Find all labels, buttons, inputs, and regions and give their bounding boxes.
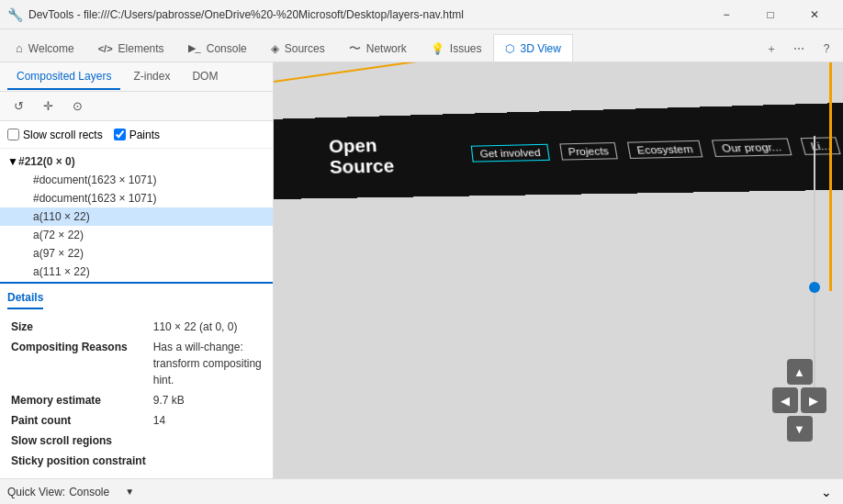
quickview-chevron-icon[interactable]: ▼ xyxy=(125,487,134,497)
network-icon: 〜 xyxy=(349,40,361,57)
nav-item-1: Projects xyxy=(559,142,618,161)
slow-scroll-rects-checkbox[interactable] xyxy=(7,129,19,140)
tab-sources[interactable]: ◈ Sources xyxy=(259,34,337,62)
nav-item-0: Get involved xyxy=(471,144,549,162)
table-row: Size 110 × 22 (at 0, 0) xyxy=(7,317,265,337)
more-tabs-button[interactable]: ⋯ xyxy=(784,36,814,62)
list-item[interactable]: a(72 × 22) xyxy=(0,226,273,244)
nav-item-2: Ecosystem xyxy=(627,140,702,159)
banner-text: Open Source xyxy=(329,134,439,178)
tab-elements[interactable]: </> Elements xyxy=(86,34,176,62)
table-row: Sticky position constraint xyxy=(7,451,265,471)
options-bar: Slow scroll rects Paints xyxy=(0,121,273,149)
tabbar: ⌂ Welcome </> Elements ▶_ Console ◈ Sour… xyxy=(0,29,843,62)
field-label-compositing: Compositing Reasons xyxy=(7,337,150,390)
quickview-collapse-button[interactable]: ⌄ xyxy=(817,483,836,501)
refresh-button[interactable]: ↺ xyxy=(7,95,29,118)
nav-horizontal-row: ◀ ▶ xyxy=(772,387,826,413)
nav-up-button[interactable]: ▲ xyxy=(787,359,813,385)
layer-tree[interactable]: ▼ #212(0 × 0) #document(1623 × 1071) #do… xyxy=(0,149,273,282)
field-value-memory: 9.7 kB xyxy=(150,390,265,410)
subtab-dom[interactable]: DOM xyxy=(183,64,227,90)
scene-container: Open Source Get involved Projects Ecosys… xyxy=(274,62,843,478)
subtab-composited-layers[interactable]: Composited Layers xyxy=(7,64,120,90)
nav-down-button[interactable]: ▼ xyxy=(787,416,813,442)
paints-option[interactable]: Paints xyxy=(114,129,160,141)
list-item[interactable]: a(111 × 22) xyxy=(0,263,273,281)
nav-right-button[interactable]: ▶ xyxy=(801,387,826,413)
left-panel: Composited Layers Z-index DOM ↺ ✛ ⊙ Slow… xyxy=(0,62,274,478)
console-icon: ▶_ xyxy=(188,42,201,54)
nav-controls: ▲ ◀ ▶ ▼ xyxy=(772,359,826,442)
field-label-sticky: Sticky position constraint xyxy=(7,451,150,471)
table-row: Slow scroll regions xyxy=(7,431,265,451)
details-title: Details xyxy=(7,291,43,309)
tab-3dview[interactable]: ⬡ 3D View xyxy=(493,34,572,62)
subtabs: Composited Layers Z-index DOM xyxy=(0,62,273,92)
welcome-icon: ⌂ xyxy=(16,41,23,55)
list-item[interactable]: #document(1623 × 1071) xyxy=(0,171,273,189)
field-label-paint: Paint count xyxy=(7,410,150,431)
right-panel[interactable]: Open Source Get involved Projects Ecosys… xyxy=(274,62,843,478)
tree-expand-icon[interactable]: ▼ xyxy=(7,155,18,168)
main-content: Composited Layers Z-index DOM ↺ ✛ ⊙ Slow… xyxy=(0,62,843,478)
quickview-select[interactable]: Console Sources Network xyxy=(69,486,123,498)
3dview-icon: ⬡ xyxy=(505,42,514,55)
list-item[interactable]: a(110 × 22) xyxy=(0,207,273,226)
field-label-scroll: Slow scroll regions xyxy=(7,431,150,451)
field-label-size: Size xyxy=(7,317,150,337)
table-row: Compositing Reasons Has a will-change: t… xyxy=(7,337,265,390)
close-button[interactable]: ✕ xyxy=(793,0,836,29)
minimize-button[interactable]: − xyxy=(705,0,747,29)
devtools-icon: 🔧 xyxy=(7,7,23,22)
field-value-scroll xyxy=(150,431,265,451)
add-tab-button[interactable]: ＋ xyxy=(759,36,784,62)
field-value-size: 110 × 22 (at 0, 0) xyxy=(150,317,265,337)
subtab-z-index[interactable]: Z-index xyxy=(124,64,179,90)
quickview-bar: Quick View: Console Sources Network ▼ ⌄ xyxy=(0,478,843,504)
slider-thumb[interactable] xyxy=(809,282,820,293)
table-row: Paint count 14 xyxy=(7,410,265,431)
paints-checkbox[interactable] xyxy=(114,129,126,140)
tab-issues[interactable]: 💡 Issues xyxy=(419,34,494,62)
list-item[interactable]: #document(1623 × 1071) xyxy=(0,189,273,207)
titlebar-controls: − □ ✕ xyxy=(705,0,836,29)
details-panel: Details Size 110 × 22 (at 0, 0) Composit… xyxy=(0,282,273,478)
list-item[interactable]: a(97 × 22) xyxy=(0,244,273,263)
move-button[interactable]: ✛ xyxy=(37,95,59,118)
3d-banner: Open Source Get involved Projects Ecosys… xyxy=(274,101,843,199)
tab-welcome[interactable]: ⌂ Welcome xyxy=(4,34,86,62)
panel-toolbar: ↺ ✛ ⊙ xyxy=(0,92,273,121)
nav-item-3: Our progr... xyxy=(712,139,792,157)
maximize-button[interactable]: □ xyxy=(749,0,792,29)
titlebar: 🔧 DevTools - file:///C:/Users/pabrosse/O… xyxy=(0,0,843,29)
right-edge-line xyxy=(829,62,832,291)
tab-console[interactable]: ▶_ Console xyxy=(176,34,259,62)
titlebar-title: DevTools - file:///C:/Users/pabrosse/One… xyxy=(28,8,705,21)
field-label-memory: Memory estimate xyxy=(7,390,150,410)
field-value-paint: 14 xyxy=(150,410,265,431)
elements-icon: </> xyxy=(98,43,113,54)
details-table: Size 110 × 22 (at 0, 0) Compositing Reas… xyxy=(7,317,265,471)
nav-left-button[interactable]: ◀ xyxy=(772,387,798,413)
reset-button[interactable]: ⊙ xyxy=(66,95,88,118)
sources-icon: ◈ xyxy=(271,42,279,55)
help-button[interactable]: ? xyxy=(814,36,839,62)
quickview-label: Quick View: xyxy=(7,486,65,498)
list-item[interactable]: ▼ #212(0 × 0) xyxy=(0,152,273,171)
slow-scroll-rects-option[interactable]: Slow scroll rects xyxy=(7,129,103,141)
issues-icon: 💡 xyxy=(431,42,444,55)
field-value-compositing: Has a will-change: transform compositing… xyxy=(150,337,265,390)
field-value-sticky xyxy=(150,451,265,471)
nav-item-4: Li... xyxy=(800,137,841,155)
tab-network[interactable]: 〜 Network xyxy=(337,34,419,62)
table-row: Memory estimate 9.7 kB xyxy=(7,390,265,410)
